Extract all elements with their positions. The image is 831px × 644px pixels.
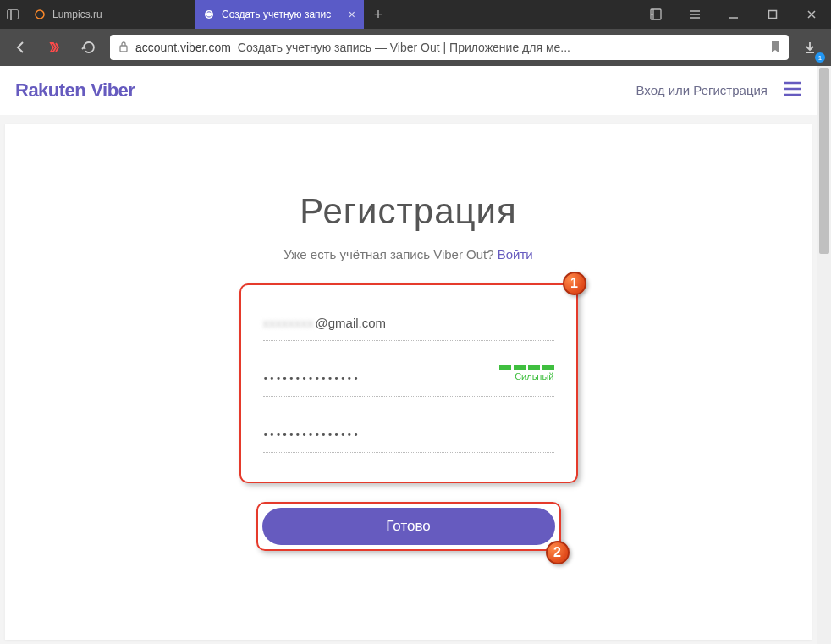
tab-title: Lumpics.ru [52,8,186,20]
password-field[interactable]: ••••••••••••••• Сильный [263,361,554,397]
window-titlebar: Lumpics.ru Создать учетную запис × + [0,0,831,29]
url-domain: account.viber.com [135,41,231,54]
callout-marker-1: 1 [563,272,586,295]
page-body: Регистрация Уже есть учётная запись Vibe… [0,115,817,644]
browser-tab-active[interactable]: Создать учетную запис × [195,0,364,29]
address-bar[interactable]: account.viber.com Создать учетную запись… [110,35,789,60]
email-suffix: @gmail.com [316,316,387,330]
maximize-button[interactable] [753,0,792,29]
browser-viewport: Rakuten Viber Вход или Регистрация Регис… [0,66,831,644]
signin-link[interactable]: Войти [498,247,533,261]
favicon-icon [203,8,215,20]
sub-heading: Уже есть учётная запись Viber Out? Войти [5,247,812,261]
password-value: ••••••••••••••• [263,373,360,384]
menu-button[interactable] [675,0,714,29]
annotation-box-1: xxxxxxxx@gmail.com ••••••••••••••• Сильн… [239,283,578,483]
email-field[interactable]: xxxxxxxx@gmail.com [263,305,554,341]
tab-title: Создать учетную запис [222,8,342,20]
email-blurred-prefix: xxxxxxxx [263,316,314,330]
site-header: Rakuten Viber Вход или Регистрация [0,66,817,115]
svg-point-0 [36,10,44,19]
reload-button[interactable] [76,35,102,60]
callout-marker-2: 2 [546,541,570,564]
svg-rect-3 [769,11,777,19]
strength-label: Сильный [499,372,554,382]
page-title: Регистрация [5,191,812,232]
login-register-link[interactable]: Вход или Регистрация [636,83,768,97]
close-tab-icon[interactable]: × [349,8,355,21]
submit-button[interactable]: Готово [262,508,555,545]
browser-toolbar: account.viber.com Создать учетную запись… [0,29,831,66]
panel-icon [7,9,19,19]
vertical-scrollbar[interactable] [817,66,831,644]
sub-text: Уже есть учётная запись Viber Out? [283,247,498,261]
home-button[interactable] [42,35,68,60]
menu-icon[interactable] [783,81,801,100]
downloads-button[interactable]: 1 [797,35,823,60]
annotation-box-2: Готово [256,502,561,551]
close-window-button[interactable] [792,0,831,29]
svg-rect-4 [120,46,127,52]
bookmark-icon[interactable] [770,40,780,56]
rakuten-viber-logo[interactable]: Rakuten Viber [15,80,135,102]
reader-mode-button[interactable] [636,0,675,29]
new-tab-button[interactable]: + [364,0,393,29]
logo-viber: Viber [91,80,135,102]
minimize-button[interactable] [714,0,753,29]
download-badge: 1 [815,52,825,63]
favicon-icon [34,8,46,20]
scrollbar-thumb[interactable] [819,68,829,254]
lock-icon [118,41,129,55]
sidebar-toggle-button[interactable] [0,0,25,29]
password-confirm-field[interactable]: ••••••••••••••• [263,417,554,453]
browser-tab-inactive[interactable]: Lumpics.ru [25,0,195,29]
logo-rakuten: Rakuten [15,80,85,102]
password-strength-indicator: Сильный [499,365,554,382]
password-confirm-value: ••••••••••••••• [263,429,360,440]
url-title: Создать учетную запись — Viber Out | При… [238,41,570,54]
back-button[interactable] [8,35,34,60]
